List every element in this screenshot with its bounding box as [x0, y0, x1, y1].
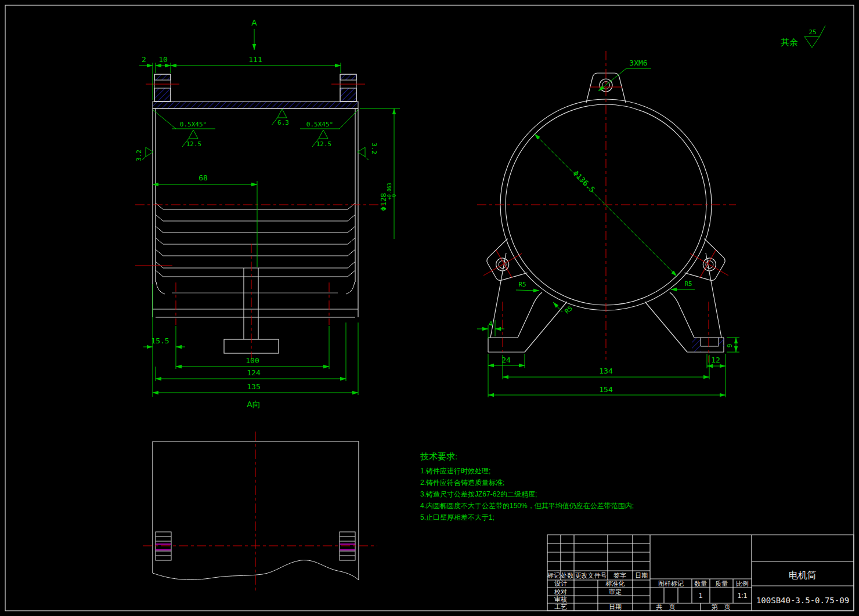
tb-review: 审核	[554, 596, 567, 603]
tech-req-item-2: 2.铸件应符合铸造质量标准;	[420, 479, 504, 487]
bottom-view-centerlines	[143, 432, 377, 590]
surface-note: 其余 25	[781, 28, 817, 47]
side-view: 3XM6 Φ136.5 R5 R5 R5 4 24 12 9 134 154	[477, 26, 825, 397]
title-block: 标记 处数 更改文件号 签字 日期 设计 标准化 校对 审定 审核 工艺 日期 …	[547, 535, 854, 611]
dim-9: 9	[726, 344, 734, 348]
tb-check: 校对	[554, 588, 567, 595]
tb-sign: 签字	[613, 572, 626, 579]
dim-154: 154	[599, 385, 613, 394]
tb-approve: 审定	[609, 588, 622, 595]
tech-requirements: 技术要求: 1.铸件应进行时效处理; 2.铸件应符合铸造质量标准; 3.铸造尺寸…	[420, 451, 634, 521]
dim-24: 24	[501, 356, 511, 364]
surface-note-value: 25	[809, 28, 816, 36]
tb-sheet-no: 第 页	[712, 603, 731, 610]
side-extension-lines	[488, 26, 825, 397]
tb-mark: 标记	[547, 572, 560, 579]
surface-note-label: 其余	[781, 37, 798, 47]
tb-qty-label: 数量	[694, 580, 707, 587]
flange-plate-section	[153, 102, 358, 108]
fillet-r5-right: R5	[684, 280, 692, 288]
tb-process: 工艺	[554, 603, 567, 610]
part-name: 电机筒	[789, 570, 817, 580]
roughness-3-2-right: 3.2	[370, 143, 378, 154]
bottom-view	[143, 432, 377, 590]
tech-req-item-3: 3.铸造尺寸公差按JZ67-62的二级精度;	[420, 490, 537, 498]
tb-date-2: 日期	[609, 603, 622, 610]
cooling-fins	[156, 203, 355, 277]
chamfer-note-left: 0.5X45°	[180, 121, 207, 128]
view-label-a: A向	[247, 400, 260, 409]
roughness-6-3: 6.3	[277, 119, 289, 126]
tb-drawing-mark: 图样标记	[658, 580, 684, 587]
tb-count: 处数	[561, 572, 573, 579]
tech-req-item-4: 4.内圆椭圆度不大于公差带的150%，但其平均值仍应在公差带范围内;	[420, 502, 634, 510]
tech-req-title: 技术要求:	[420, 451, 457, 461]
dim-68: 68	[198, 173, 208, 182]
front-centerlines	[135, 205, 385, 360]
dim-12: 12	[711, 356, 720, 364]
drawing-number: 100SB40-3.5-0.75-09	[756, 596, 849, 605]
dim-15-5: 15.5	[151, 336, 169, 345]
fillet-r5-middle: R5	[563, 305, 574, 315]
fillet-r5-left: R5	[518, 281, 526, 288]
tb-change-file: 更改文件号	[575, 572, 607, 579]
tb-date: 日期	[635, 572, 648, 579]
chamfer-note-right: 0.5X45°	[306, 121, 333, 128]
outer-diameter-dim: Φ136.5	[571, 169, 597, 194]
tb-standardize: 标准化	[605, 580, 625, 587]
tb-scale-value: 1:1	[738, 592, 748, 600]
bore-diameter: Φ128	[379, 193, 388, 211]
dim-2: 2	[142, 55, 146, 64]
tb-qty-value: 1	[699, 592, 703, 600]
bore-tolerance-lower: 0	[392, 194, 397, 197]
dim-124: 124	[247, 368, 261, 377]
boss-centerlines	[135, 84, 365, 266]
thread-note-3xm6: 3XM6	[629, 59, 647, 67]
body-outline	[153, 108, 358, 317]
dim-111: 111	[248, 55, 262, 64]
section-label: A	[251, 18, 257, 27]
cad-svg: A 2 10 111 68 15.5 100 124 135 A向 Φ128 +…	[0, 0, 859, 616]
tech-req-item-5: 5.止口壁厚相差不大于1;	[420, 513, 495, 521]
tb-sheets-total: 共 页	[656, 603, 676, 610]
front-section-view: A 2 10 111 68 15.5 100 124 135 A向 Φ128 +…	[135, 18, 400, 409]
dim-134: 134	[599, 367, 613, 375]
roughness-12-5-right: 12.5	[316, 140, 332, 148]
dim-4: 4	[489, 320, 493, 328]
bell-curves	[156, 282, 355, 294]
tb-scale-label: 比例	[736, 580, 749, 587]
roughness-12-5-left: 12.5	[186, 140, 202, 148]
roughness-3-2-left: 3.2	[135, 150, 143, 161]
right-foot-notch	[701, 338, 719, 346]
thread-lines-left	[156, 544, 171, 550]
tech-req-item-1: 1.铸件应进行时效处理;	[420, 467, 490, 475]
side-centerlines	[477, 51, 736, 363]
cad-drawing-canvas: A 2 10 111 68 15.5 100 124 135 A向 Φ128 +…	[0, 0, 859, 616]
tb-design: 设计	[554, 580, 567, 587]
dim-100: 100	[246, 356, 259, 365]
thread-lines-right	[340, 544, 355, 550]
dim-135: 135	[247, 382, 260, 391]
tb-mass-label: 质量	[715, 580, 728, 587]
dim-10: 10	[158, 55, 168, 64]
